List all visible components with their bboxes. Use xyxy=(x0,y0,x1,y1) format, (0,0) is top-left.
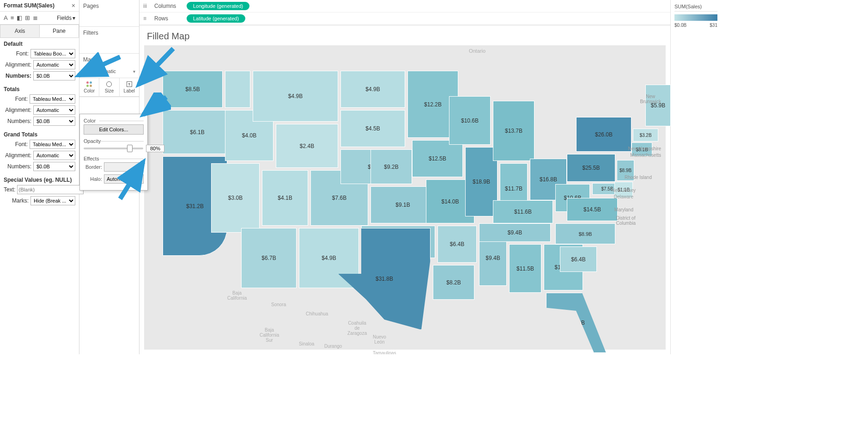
marks-label-button[interactable]: T Label xyxy=(120,78,139,96)
state-kansas[interactable]: $9.1B xyxy=(370,186,435,223)
state-pennsylvania[interactable]: $25.5B xyxy=(567,154,615,182)
state-virginia[interactable]: $14.5B xyxy=(567,198,618,221)
grandtotals-font-select[interactable]: Tableau Med... xyxy=(30,140,75,149)
state-tennessee[interactable]: $9.4B xyxy=(479,223,551,242)
marks-color-label: Color xyxy=(84,88,95,93)
side-newjersey: New Jersey xyxy=(612,188,636,193)
opacity-slider[interactable] xyxy=(84,148,143,149)
filters-shelf[interactable]: Filters xyxy=(79,27,139,54)
edit-colors-button[interactable]: Edit Colors... xyxy=(84,124,144,135)
totals-numbers-select[interactable]: $0.0B xyxy=(33,117,75,126)
columns-pill[interactable]: Longitude (generated) xyxy=(187,2,249,10)
chevron-down-icon: ▾ xyxy=(133,69,135,74)
format-panel: Format SUM(Sales) × A ≡ ◧ ⊞ ≣ Fields▾ Ax… xyxy=(0,0,79,354)
specialvalues-heading: Special Values (eg. NULL) xyxy=(4,177,75,183)
mx-tamaulipas: Tamaulipas xyxy=(373,351,396,354)
filters-label: Filters xyxy=(83,30,135,36)
legend-gradient[interactable] xyxy=(674,14,717,21)
columns-icon: iii xyxy=(143,3,150,9)
default-heading: Default xyxy=(4,41,75,47)
mx-baja-ca: Baja California xyxy=(227,290,247,301)
side-dc: District of Columbia xyxy=(616,216,636,226)
totals-heading: Totals xyxy=(4,86,75,92)
mark-type-selector[interactable]: Automatic ▾ xyxy=(79,65,139,78)
viz-title[interactable]: Filled Map xyxy=(140,25,670,45)
state-nevada[interactable]: $3.0B xyxy=(211,163,260,233)
opacity-input[interactable] xyxy=(146,145,164,152)
grandtotals-numbers-select[interactable]: $0.0B xyxy=(33,162,75,171)
state-montana[interactable]: $4.9B xyxy=(253,71,338,122)
mx-sinaloa: Sinaloa xyxy=(299,341,314,346)
totals-numbers-label: Numbers: xyxy=(4,118,33,124)
state-iowa[interactable]: $12.5B xyxy=(412,140,463,177)
pages-shelf[interactable]: Pages xyxy=(79,0,139,27)
state-northcarolina[interactable]: $8.9B xyxy=(555,223,615,244)
totals-align-select[interactable]: Automatic xyxy=(33,105,75,115)
state-massachusetts[interactable]: $3.2B xyxy=(633,129,658,142)
font-a-icon[interactable]: A xyxy=(4,14,8,21)
state-kentucky[interactable]: $11.6B xyxy=(493,200,553,223)
state-minnesota-extra[interactable]: $9.2B xyxy=(370,149,412,184)
lines-icon[interactable]: ≣ xyxy=(33,14,38,21)
state-washington[interactable]: $8.5B xyxy=(163,71,223,108)
fields-dropdown[interactable]: Fields▾ xyxy=(57,15,75,21)
marks-size-button[interactable]: Size xyxy=(99,78,119,96)
state-arkansas[interactable]: $6.4B xyxy=(437,226,477,263)
state-florida[interactable]: $17.3B xyxy=(546,293,606,353)
halo-select[interactable]: Automatic xyxy=(104,174,144,184)
default-font-select[interactable]: Tableau Boo... xyxy=(30,49,75,58)
state-southcarolina[interactable]: $6.4B xyxy=(560,246,597,272)
legend-max: $31 xyxy=(710,23,717,28)
shelves-column: Pages Filters Mark Automatic ▾ Color Siz… xyxy=(79,0,140,354)
state-northdakota[interactable]: $4.9B xyxy=(340,71,405,108)
mx-coahuila: Coahuila de Zaragoza xyxy=(347,320,367,336)
state-wisconsin[interactable]: $10.6B xyxy=(449,96,491,145)
tab-pane[interactable]: Pane xyxy=(39,25,79,37)
default-align-label: Alignment: xyxy=(4,62,33,68)
rows-pill[interactable]: Latitude (generated) xyxy=(187,14,245,23)
totals-font-label: Font: xyxy=(4,96,30,102)
state-louisiana[interactable]: $8.2B xyxy=(433,265,474,300)
totals-font-select[interactable]: Tableau Med... xyxy=(30,94,75,104)
state-newyork[interactable]: $26.0B xyxy=(576,117,631,152)
side-rhodeisland: Rhode Island xyxy=(625,175,652,180)
legend-min: $0.0B xyxy=(674,23,686,28)
main-viz-area: iii Columns Longitude (generated) ≡ Rows… xyxy=(140,0,670,354)
sv-text-label: Text: xyxy=(4,186,17,193)
default-align-select[interactable]: Automatic xyxy=(33,60,75,69)
grandtotals-font-label: Font: xyxy=(4,141,30,148)
state-maine[interactable]: $5.9B xyxy=(645,85,671,126)
align-icon[interactable]: ≡ xyxy=(11,14,14,21)
border-label: Border: xyxy=(84,164,104,170)
state-idaho-n[interactable] xyxy=(225,71,250,108)
mx-sonora: Sonora xyxy=(271,302,286,307)
borders-icon[interactable]: ⊞ xyxy=(25,14,30,21)
state-oregon[interactable]: $6.1B xyxy=(163,110,232,154)
color-dots-icon xyxy=(85,81,93,87)
shading-icon[interactable]: ◧ xyxy=(17,14,22,21)
state-michigan[interactable]: $13.7B xyxy=(493,101,534,161)
tab-axis[interactable]: Axis xyxy=(0,25,39,37)
close-icon[interactable]: × xyxy=(72,2,75,9)
mx-chihuahua: Chihuahua xyxy=(306,311,328,316)
effects-section-label: Effects xyxy=(84,156,144,161)
label-t-icon: T xyxy=(127,81,132,87)
sv-marks-select[interactable]: Hide (Break ... xyxy=(30,196,75,205)
state-alabama[interactable]: $11.5B xyxy=(509,244,541,293)
side-newhampshire: New Hampshire xyxy=(628,146,661,151)
state-arizona[interactable]: $6.7B xyxy=(241,228,297,288)
border-select[interactable] xyxy=(104,162,144,172)
totals-align-label: Alignment: xyxy=(4,107,33,113)
state-southdakota[interactable]: $4.5B xyxy=(340,110,405,147)
grandtotals-align-select[interactable]: Automatic xyxy=(33,151,75,160)
marks-color-button[interactable]: Color xyxy=(79,78,99,96)
state-utah[interactable]: $4.1B xyxy=(262,170,308,226)
sv-text-input[interactable] xyxy=(17,185,84,194)
default-numbers-select[interactable]: $0.0B xyxy=(33,71,75,80)
grandtotals-numbers-label: Numbers: xyxy=(4,163,33,170)
state-wyoming[interactable]: $2.4B xyxy=(276,124,338,168)
size-circle-icon xyxy=(106,81,112,87)
map-container[interactable]: Ontario United States $8.5B $6.1B $31.2B… xyxy=(144,45,666,350)
ontario-label: Ontario xyxy=(469,48,486,54)
grandtotals-heading: Grand Totals xyxy=(4,131,75,138)
